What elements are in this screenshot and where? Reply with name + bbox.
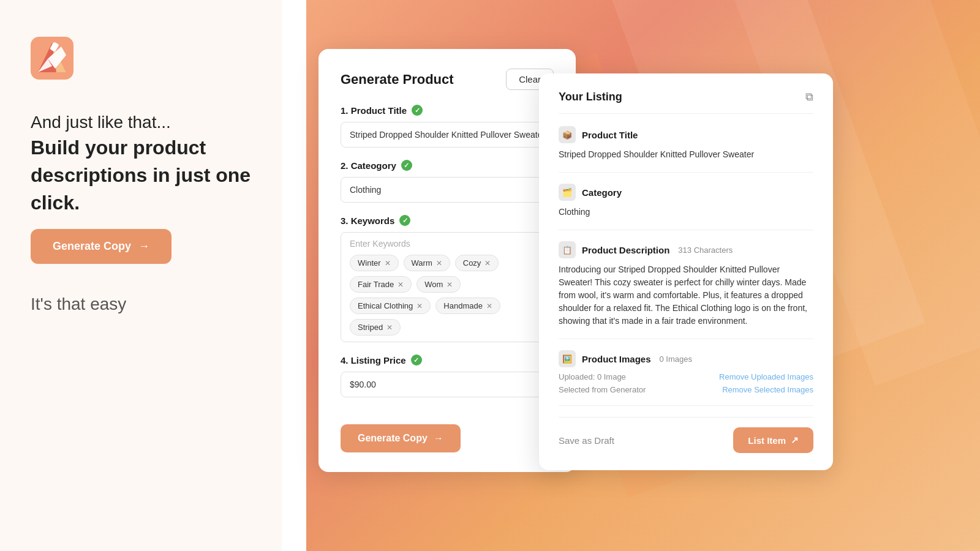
product-title-check: ✓ bbox=[412, 105, 423, 116]
tag-wom: Wom ✕ bbox=[417, 276, 461, 293]
images-icon: 🖼️ bbox=[559, 350, 576, 367]
tag-striped: Striped ✕ bbox=[350, 319, 401, 335]
listing-footer: Save as Draft List Item ↗ bbox=[559, 417, 813, 453]
tagline: And just like that... Build your product… bbox=[31, 110, 251, 217]
tag-fair-trade: Fair Trade ✕ bbox=[350, 276, 412, 293]
listing-description-header: 📋 Product Description 313 Characters bbox=[559, 241, 813, 258]
tag-winter-remove[interactable]: ✕ bbox=[385, 259, 391, 268]
description-icon: 📋 bbox=[559, 241, 576, 258]
remove-selected-link[interactable]: Remove Selected Images bbox=[722, 385, 813, 394]
product-title-section: 1. Product Title ✓ bbox=[341, 105, 554, 148]
listing-price-label: 4. Listing Price ✓ bbox=[341, 354, 554, 365]
generate-product-card: Generate Product Clear 1. Product Title … bbox=[318, 49, 576, 472]
left-panel: And just like that... Build your product… bbox=[0, 0, 282, 551]
price-check: ✓ bbox=[411, 354, 422, 365]
tag-winter: Winter ✕ bbox=[350, 255, 399, 271]
tag-handmade: Handmade ✕ bbox=[435, 298, 500, 314]
listing-card: Your Listing ⧉ 📦 Product Title Striped D… bbox=[539, 73, 833, 470]
easy-text: It's that easy bbox=[31, 294, 251, 314]
listing-category-header: 🗂️ Category bbox=[559, 184, 813, 201]
logo bbox=[31, 37, 74, 80]
listing-price-section: 4. Listing Price ✓ bbox=[341, 354, 554, 397]
listing-product-title-section: 📦 Product Title Striped Dropped Shoulder… bbox=[559, 126, 813, 173]
listing-card-title: Your Listing bbox=[559, 91, 622, 103]
left-text: And just like that... Build your product… bbox=[31, 110, 251, 514]
product-title-input[interactable] bbox=[341, 122, 554, 148]
generate-copy-button-large[interactable]: Generate Copy → bbox=[31, 229, 172, 264]
selected-label: Selected from Generator bbox=[559, 385, 646, 394]
tag-cozy: Cozy ✕ bbox=[455, 255, 499, 271]
uploaded-label: Uploaded: 0 Image bbox=[559, 372, 626, 381]
keywords-placeholder: Enter Keywords bbox=[350, 239, 545, 249]
generate-copy-button-small[interactable]: Generate Copy → bbox=[341, 424, 461, 452]
keywords-section: 3. Keywords ✓ Enter Keywords Winter ✕ Wa… bbox=[341, 215, 554, 342]
description-char-count: 313 Characters bbox=[678, 246, 733, 255]
listing-description-value: Introducing our Striped Dropped Shoulder… bbox=[559, 263, 813, 328]
tag-ethical-clothing: Ethical Clothing ✕ bbox=[350, 298, 431, 314]
product-title-label: 1. Product Title ✓ bbox=[341, 105, 554, 116]
tags-row: Winter ✕ Warm ✕ Cozy ✕ Fair Trade ✕ Wom … bbox=[350, 255, 545, 335]
tag-handmade-remove[interactable]: ✕ bbox=[486, 302, 492, 310]
tag-striped-remove[interactable]: ✕ bbox=[386, 323, 393, 332]
listing-product-title-header: 📦 Product Title bbox=[559, 126, 813, 143]
listing-images-header: 🖼️ Product Images 0 Images bbox=[559, 350, 813, 367]
keywords-check: ✓ bbox=[399, 215, 410, 226]
card-header: Generate Product Clear bbox=[341, 69, 554, 90]
keywords-label: 3. Keywords ✓ bbox=[341, 215, 554, 226]
product-title-icon: 📦 bbox=[559, 126, 576, 143]
category-icon: 🗂️ bbox=[559, 184, 576, 201]
images-count: 0 Images bbox=[660, 354, 692, 364]
listing-category-value: Clothing bbox=[559, 206, 813, 219]
remove-uploaded-link[interactable]: Remove Uploaded Images bbox=[719, 372, 813, 381]
images-uploaded-row: Uploaded: 0 Image Remove Uploaded Images bbox=[559, 372, 813, 381]
list-item-button[interactable]: List Item ↗ bbox=[733, 427, 813, 453]
images-selected-row: Selected from Generator Remove Selected … bbox=[559, 385, 813, 394]
tag-ethical-clothing-remove[interactable]: ✕ bbox=[417, 302, 423, 310]
listing-images-section: 🖼️ Product Images 0 Images Uploaded: 0 I… bbox=[559, 350, 813, 406]
generate-product-title: Generate Product bbox=[341, 72, 454, 88]
listing-product-title-value: Striped Dropped Shoulder Knitted Pullove… bbox=[559, 148, 813, 161]
external-link-icon[interactable]: ⧉ bbox=[805, 91, 813, 103]
tag-warm-remove[interactable]: ✕ bbox=[436, 259, 442, 268]
tag-warm: Warm ✕ bbox=[404, 255, 450, 271]
keywords-input-wrapper[interactable]: Enter Keywords Winter ✕ Warm ✕ Cozy ✕ Fa… bbox=[341, 232, 554, 342]
category-section: 2. Cateogory ✓ bbox=[341, 160, 554, 203]
listing-category-section: 🗂️ Category Clothing bbox=[559, 184, 813, 230]
listing-header: Your Listing ⧉ bbox=[559, 91, 813, 114]
tag-cozy-remove[interactable]: ✕ bbox=[484, 259, 491, 268]
right-area: Generate Product Clear 1. Product Title … bbox=[282, 0, 980, 551]
price-input[interactable] bbox=[341, 372, 554, 397]
save-draft-button[interactable]: Save as Draft bbox=[559, 428, 614, 453]
category-input[interactable] bbox=[341, 177, 554, 203]
listing-description-section: 📋 Product Description 313 Characters Int… bbox=[559, 241, 813, 339]
category-label: 2. Cateogory ✓ bbox=[341, 160, 554, 171]
tag-wom-remove[interactable]: ✕ bbox=[447, 280, 453, 289]
tag-fair-trade-remove[interactable]: ✕ bbox=[398, 280, 404, 289]
category-check: ✓ bbox=[401, 160, 412, 171]
